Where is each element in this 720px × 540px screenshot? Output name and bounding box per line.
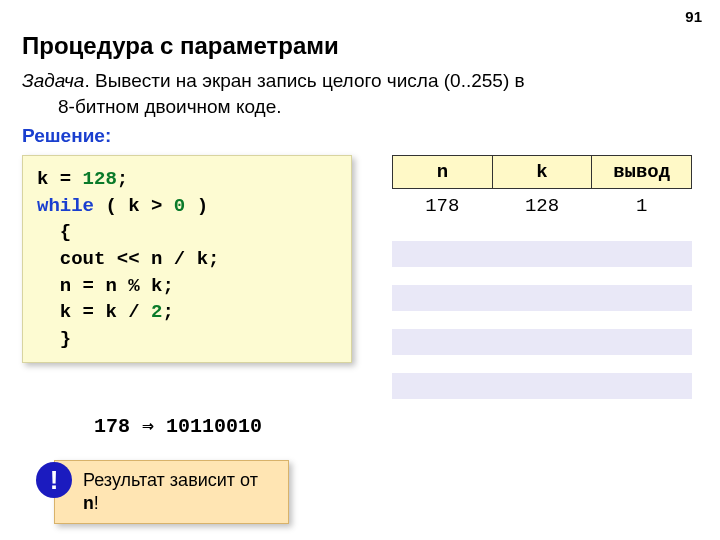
code-l6a: k = k / — [37, 301, 151, 323]
code-l1b: 128 — [83, 168, 117, 190]
code-l6c: ; — [162, 301, 173, 323]
conversion-line: 178 ⇒ 10110010 — [94, 413, 720, 438]
note: ! Результат зависит от n! — [54, 460, 289, 524]
page-title: Процедура с параметрами — [22, 32, 720, 60]
code-l1c: ; — [117, 168, 128, 190]
cell-n: 178 — [393, 189, 493, 224]
code-l2a: while — [37, 195, 94, 217]
trace-table: n k вывод 178 128 1 — [392, 155, 692, 223]
cell-k: 128 — [492, 189, 592, 224]
code-l4: cout << n / k; — [37, 248, 219, 270]
conversion-input: 178 — [94, 415, 130, 438]
code-l2b: ( k > — [94, 195, 174, 217]
code-l7: } — [37, 328, 71, 350]
note-text-b: n — [83, 494, 94, 514]
note-text-c: ! — [94, 493, 99, 513]
table-header-row: n k вывод — [393, 156, 692, 189]
content-row: k = 128; while ( k > 0 ) { cout << n / k… — [22, 155, 720, 399]
code-l6b: 2 — [151, 301, 162, 323]
table-row: 178 128 1 — [393, 189, 692, 224]
cell-out: 1 — [592, 189, 692, 224]
note-text-a: Результат зависит от — [83, 470, 258, 490]
empty-stripe — [392, 241, 692, 267]
conversion-arrow: ⇒ — [130, 415, 166, 438]
empty-stripe — [392, 285, 692, 311]
conversion-output: 10110010 — [166, 415, 262, 438]
code-l1a: k = — [37, 168, 83, 190]
code-l2c: 0 — [174, 195, 185, 217]
code-box: k = 128; while ( k > 0 ) { cout << n / k… — [22, 155, 352, 363]
task-line-2: 8-битном двоичном коде. — [58, 94, 720, 120]
page-number: 91 — [685, 8, 702, 25]
task-label: Задача — [22, 70, 84, 91]
th-k: k — [492, 156, 592, 189]
th-out: вывод — [592, 156, 692, 189]
note-box: Результат зависит от n! — [54, 460, 289, 524]
task-text: Задача. Вывести на экран запись целого ч… — [22, 68, 720, 119]
code-l5: n = n % k; — [37, 275, 174, 297]
empty-stripe — [392, 329, 692, 355]
solution-label: Решение: — [22, 125, 720, 147]
code-l2d: ) — [185, 195, 208, 217]
trace-area: n k вывод 178 128 1 — [392, 155, 692, 399]
task-line-1: . Вывести на экран запись целого числа (… — [84, 70, 524, 91]
code-l3: { — [37, 221, 71, 243]
th-n: n — [393, 156, 493, 189]
empty-stripe — [392, 373, 692, 399]
